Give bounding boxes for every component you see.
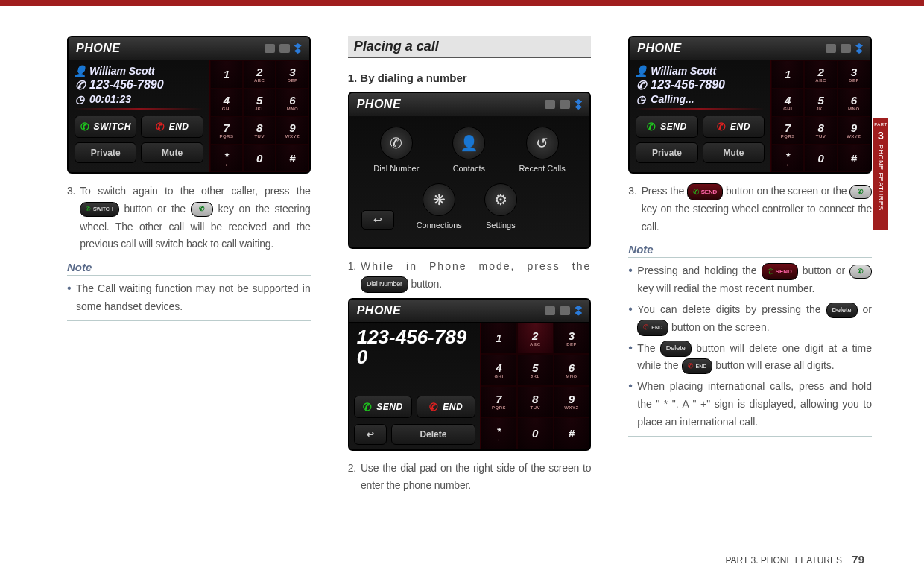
call-key-pill: ✆ <box>191 202 213 216</box>
key-9[interactable]: 9WXYZ <box>554 386 590 418</box>
key-5[interactable]: 5JKL <box>804 89 837 117</box>
phone-title: PHONE <box>637 42 681 55</box>
end-pill: ✆END <box>682 358 713 374</box>
call-state: Calling... <box>651 93 694 105</box>
key-hash[interactable]: # <box>276 145 308 173</box>
back-button[interactable]: ↩ <box>361 210 394 230</box>
private-button[interactable]: Private <box>75 142 136 163</box>
menu-recent-calls[interactable]: ↺Recent Calls <box>519 127 565 173</box>
menu-connections[interactable]: ❋Connections <box>417 183 462 230</box>
call-icon: ✆ <box>647 121 656 133</box>
key-1[interactable]: 1 <box>210 60 243 89</box>
keypad: 1 2ABC 3DEF 4GHI 5JKL 6MNO 7PQRS 8TUV 9W… <box>209 60 309 172</box>
end-pill: ✆END <box>637 320 668 335</box>
phone-status-icons <box>265 43 302 54</box>
key-4[interactable]: 4GHI <box>771 89 804 117</box>
note-heading: Note <box>628 243 872 258</box>
key-8[interactable]: 8TUV <box>517 386 554 418</box>
end-button[interactable]: ✆END <box>417 396 475 418</box>
key-star[interactable]: *+ <box>771 145 804 173</box>
delete-pill: Delete <box>660 341 692 356</box>
call-icon: ✆ <box>80 121 89 133</box>
column-3: PHONE 👤William Scott ✆123-456-7890 ◷Call… <box>628 36 872 499</box>
key-0[interactable]: 0 <box>243 145 276 173</box>
col3-note-2: You can delete digits by pressing the De… <box>628 301 872 337</box>
send-button[interactable]: ✆SEND <box>354 396 413 418</box>
battery-icon <box>545 100 555 109</box>
caller-number: 123-456-7890 <box>651 78 725 92</box>
signal-icon <box>560 100 570 109</box>
key-2[interactable]: 2ABC <box>517 323 554 355</box>
key-8[interactable]: 8TUV <box>243 116 276 145</box>
key-9[interactable]: 9WXYZ <box>838 116 870 145</box>
private-button[interactable]: Private <box>636 142 697 163</box>
call-key-pill: ✆ <box>849 185 872 199</box>
key-9[interactable]: 9WXYZ <box>276 116 308 145</box>
signal-icon <box>841 44 851 53</box>
section-heading: Placing a call <box>348 36 592 58</box>
end-button[interactable]: ✆END <box>703 116 765 138</box>
key-6[interactable]: 6MNO <box>838 89 870 117</box>
menu-contacts[interactable]: 👤Contacts <box>452 127 485 173</box>
dial-icon: ✆ <box>380 127 413 159</box>
mute-button[interactable]: Mute <box>703 142 765 163</box>
menu-dial-number[interactable]: ✆Dial Number <box>373 127 419 173</box>
col3-note-4: When placing international calls, press … <box>628 378 872 431</box>
column-1: PHONE 👤William Scott ✆123-456-7890 ◷00:0… <box>67 36 311 499</box>
key-3[interactable]: 3DEF <box>838 60 870 89</box>
page-footer: PART 3. PHONE FEATURES 79 <box>725 553 864 566</box>
key-6[interactable]: 6MNO <box>554 354 590 386</box>
key-4[interactable]: 4GHI <box>481 354 517 386</box>
key-4[interactable]: 4GHI <box>210 89 243 117</box>
phone-icon: ✆ <box>75 80 85 90</box>
key-hash[interactable]: # <box>838 145 870 173</box>
key-2[interactable]: 2ABC <box>243 60 276 89</box>
menu-settings[interactable]: ⚙Settings <box>484 183 517 230</box>
mute-button[interactable]: Mute <box>141 142 203 163</box>
key-0[interactable]: 0 <box>517 417 554 449</box>
phone-screenshot-call-active: PHONE 👤William Scott ✆123-456-7890 ◷00:0… <box>67 36 311 174</box>
key-0[interactable]: 0 <box>804 145 837 173</box>
switch-button[interactable]: ✆SWITCH <box>75 116 136 138</box>
end-icon: ✆ <box>429 401 438 413</box>
send-button[interactable]: ✆SEND <box>636 116 697 138</box>
key-1[interactable]: 1 <box>771 60 804 89</box>
key-hash[interactable]: # <box>554 417 590 449</box>
key-star[interactable]: *+ <box>210 145 243 173</box>
end-button[interactable]: ✆END <box>141 116 203 138</box>
page-content: PART 3 PHONE FEATURES PHONE 👤William Sco… <box>0 6 924 579</box>
col1-note-1: The Call waiting function may not be sup… <box>67 280 311 316</box>
signal-icon <box>560 306 570 315</box>
phone-title: PHONE <box>357 304 401 317</box>
phone-screenshot-menu: PHONE ✆Dial Number 👤Contacts ↺Recent Cal… <box>348 92 592 249</box>
phone-icon: ✆ <box>636 80 646 90</box>
call-duration: 00:01:23 <box>89 93 131 105</box>
key-7[interactable]: 7PQRS <box>771 116 804 145</box>
key-8[interactable]: 8TUV <box>804 116 837 145</box>
key-1[interactable]: 1 <box>481 323 517 355</box>
key-5[interactable]: 5JKL <box>517 354 554 386</box>
delete-button[interactable]: Delete <box>391 424 475 445</box>
key-5[interactable]: 5JKL <box>243 89 276 117</box>
key-6[interactable]: 6MNO <box>276 89 308 117</box>
send-pill: ✆SEND <box>762 263 798 280</box>
key-7[interactable]: 7PQRS <box>210 116 243 145</box>
key-3[interactable]: 3DEF <box>276 60 308 89</box>
divider <box>636 108 765 110</box>
phone-screenshot-dialpad: PHONE 123-456-7890 ✆SEND ✆END <box>348 298 592 451</box>
key-7[interactable]: 7PQRS <box>481 386 517 418</box>
battery-icon <box>265 44 275 53</box>
battery-icon <box>545 306 555 315</box>
person-icon: 👤 <box>636 66 646 76</box>
rule <box>628 436 872 437</box>
caller-name: William Scott <box>89 65 155 77</box>
key-3[interactable]: 3DEF <box>554 323 590 355</box>
col3-note-3: The Delete button will delete one digit … <box>628 340 872 376</box>
back-button[interactable]: ↩ <box>354 424 387 445</box>
call-key-pill: ✆ <box>849 265 872 279</box>
key-star[interactable]: *+ <box>481 417 517 449</box>
phone-status-icons <box>545 306 582 316</box>
key-2[interactable]: 2ABC <box>804 60 837 89</box>
battery-icon <box>826 44 836 53</box>
footer-part: PART 3. PHONE FEATURES <box>725 555 841 566</box>
